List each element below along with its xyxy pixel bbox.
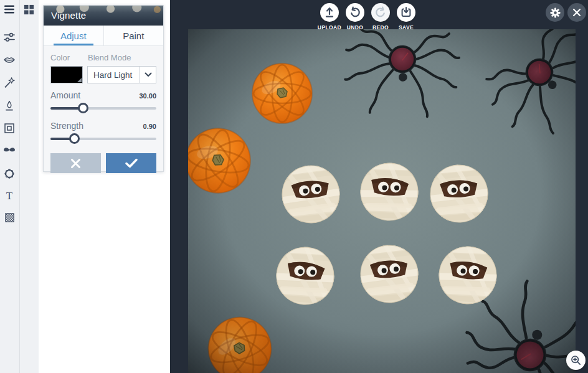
overlays-seal-icon	[3, 168, 16, 180]
vignette-overlay	[188, 29, 576, 373]
textures-icon	[4, 212, 16, 224]
strength-label: Strength	[50, 121, 83, 131]
sidebar-item-artsy[interactable]	[1, 97, 18, 115]
canvas-area: UPLOAD UNDO REDO	[170, 0, 588, 373]
artsy-brush-icon	[3, 100, 16, 112]
undo-icon	[349, 6, 361, 19]
zoom-button[interactable]	[566, 351, 586, 370]
halloween-photo	[188, 29, 576, 373]
tab-adjust[interactable]: Adjust	[44, 26, 104, 45]
sidebar-item-effects[interactable]	[1, 74, 18, 92]
svg-text:T: T	[6, 190, 13, 202]
strength-slider[interactable]	[50, 133, 156, 144]
gear-icon	[550, 7, 561, 18]
panel-tabs: Adjust Paint	[44, 26, 163, 46]
amount-slider[interactable]	[50, 103, 156, 114]
confirm-check-icon	[125, 158, 138, 168]
magnifier-plus-icon	[571, 355, 581, 366]
panel-title: Vignette	[51, 10, 86, 21]
settings-button[interactable]	[546, 3, 564, 22]
undo-button[interactable]: UNDO	[342, 3, 368, 31]
cancel-x-icon	[70, 158, 81, 169]
menu-button[interactable]	[1, 1, 18, 18]
sidebar-item-frames[interactable]	[1, 120, 18, 137]
amount-label: Amount	[50, 90, 80, 100]
touchup-lips-icon	[3, 54, 16, 66]
sidebar-item-edit[interactable]	[1, 29, 18, 46]
close-button[interactable]	[567, 3, 586, 22]
swatch-dropdown-triangle-icon	[77, 78, 82, 82]
panel-body: Color Blend Mode Hard Light	[44, 46, 163, 173]
effects-wand-icon	[3, 77, 16, 89]
active-tab-underline	[54, 44, 93, 45]
text-icon: T	[3, 189, 16, 202]
blend-mode-label: Blend Mode	[88, 53, 131, 62]
save-icon	[400, 6, 412, 19]
sidebar-item-overlays[interactable]	[1, 165, 18, 182]
vignette-panel: Vignette Adjust Paint Color Blend Mode	[43, 5, 164, 172]
sidebar: T	[0, 0, 39, 373]
hamburger-menu-icon	[3, 3, 16, 16]
amount-value: 30.00	[139, 92, 156, 100]
panel-header: Vignette	[44, 6, 163, 26]
templates-grid-icon	[23, 4, 35, 16]
tab-paint[interactable]: Paint	[104, 26, 164, 45]
upload-button[interactable]: UPLOAD	[316, 3, 343, 31]
photo-canvas[interactable]	[188, 29, 576, 373]
vignette-color-swatch[interactable]	[50, 66, 83, 83]
edit-sliders-icon	[3, 31, 16, 44]
sidebar-divider	[19, 0, 20, 373]
blend-mode-dropdown[interactable]: Hard Light	[87, 66, 156, 83]
sidebar-item-touchup[interactable]	[1, 51, 18, 68]
strength-value: 0.90	[143, 123, 156, 130]
blend-mode-value: Hard Light	[88, 70, 140, 80]
templates-button[interactable]	[20, 1, 37, 18]
frames-icon	[3, 122, 16, 135]
cancel-button[interactable]	[50, 153, 101, 173]
redo-button[interactable]: REDO	[368, 3, 394, 31]
sidebar-item-graphics[interactable]	[1, 142, 18, 159]
color-label: Color	[50, 53, 88, 62]
dropdown-chevron	[140, 67, 156, 83]
graphics-mustache-icon	[2, 144, 16, 158]
photo-editor-app: T Vignette Adjust Paint	[0, 0, 588, 373]
strength-slider-handle[interactable]	[69, 133, 80, 144]
chevron-down-icon	[145, 72, 152, 77]
save-button[interactable]: SAVE	[393, 3, 419, 31]
sidebar-item-textures[interactable]	[1, 209, 18, 226]
redo-icon	[374, 6, 387, 19]
amount-slider-handle[interactable]	[78, 103, 88, 113]
upload-icon	[323, 6, 336, 19]
close-x-icon	[572, 8, 581, 17]
sidebar-item-text[interactable]: T	[1, 187, 18, 204]
confirm-button[interactable]	[106, 153, 156, 173]
tool-pane: Vignette Adjust Paint Color Blend Mode	[39, 0, 170, 373]
